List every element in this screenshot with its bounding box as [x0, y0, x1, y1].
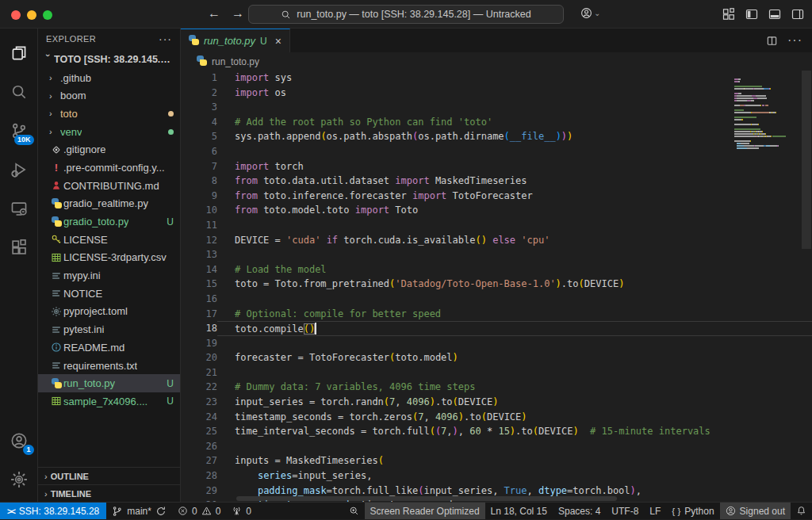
tree-item-pytest-ini[interactable]: pytest.ini — [38, 320, 180, 338]
tab-close-icon[interactable]: × — [275, 35, 282, 48]
code-line-23[interactable]: 23input_series = torch.randn(7, 4096).to… — [181, 395, 812, 410]
tree-root-toto[interactable]: ›TOTO [SSH: 38.29.145.28] — [38, 51, 180, 69]
code-editor[interactable]: 1import sys2import os34# Add the root pa… — [181, 71, 812, 502]
code-line-16[interactable]: 16 — [181, 292, 812, 307]
forward-icon[interactable]: → — [232, 6, 244, 21]
tree-item-pyproject-toml[interactable]: pyproject.toml — [38, 303, 180, 321]
toggle-primary-sidebar-icon[interactable] — [745, 8, 758, 21]
zoom-indicator[interactable] — [343, 503, 365, 519]
activitybar-extensions[interactable] — [0, 228, 38, 266]
tree-item-contributing-md[interactable]: CONTRIBUTING.md — [38, 177, 180, 195]
tree-item-readme-md[interactable]: README.md — [38, 338, 180, 357]
lines-icon — [49, 324, 63, 335]
cursor-position[interactable]: Ln 18, Col 15 — [485, 503, 553, 519]
back-icon[interactable]: ← — [208, 6, 220, 21]
activitybar-settings[interactable] — [0, 460, 38, 499]
code-line-8[interactable]: 8from toto.data.util.dataset import Mask… — [181, 174, 812, 189]
code-line-7[interactable]: 7import torch — [181, 159, 812, 174]
ports-status[interactable]: 0 — [226, 503, 257, 519]
breadcrumb-file[interactable]: run_toto.py — [212, 56, 259, 67]
customize-layout-icon[interactable] — [722, 8, 735, 21]
line-number: 28 — [181, 468, 217, 484]
chevron-right-icon: › — [49, 127, 60, 136]
language-mode[interactable]: { }Python — [666, 503, 719, 519]
split-editor-icon[interactable] — [766, 35, 778, 47]
zoom-window-button[interactable] — [43, 10, 52, 20]
activitybar-account[interactable]: 1 — [0, 421, 38, 460]
tree-item-boom[interactable]: ›boom — [38, 86, 180, 105]
tree-item-toto[interactable]: ›toto — [38, 105, 180, 123]
code-line-20[interactable]: 20forecaster = TotoForecaster(toto.model… — [181, 350, 812, 365]
branch-status[interactable]: main* — [106, 503, 172, 519]
code-line-17[interactable]: 17# Optional: compile for better speed — [181, 307, 812, 322]
close-window-button[interactable] — [11, 10, 21, 20]
notifications-bell[interactable] — [791, 503, 812, 519]
code-line-25[interactable]: 25time_interval_seconds = torch.full((7,… — [181, 424, 812, 439]
activitybar-search[interactable] — [0, 72, 38, 111]
breadcrumb[interactable]: run_toto.py — [181, 52, 812, 71]
tree-item-license[interactable]: LICENSE — [38, 231, 180, 249]
code-line-1[interactable]: 1import sys — [181, 71, 812, 86]
tree-item--gitignore[interactable]: .gitignore — [38, 140, 180, 159]
titlebar-account[interactable]: ⌄ — [580, 7, 600, 19]
activitybar-source-control[interactable]: 10K — [0, 111, 38, 150]
screen-reader-status[interactable]: Screen Reader Optimized — [365, 503, 485, 519]
code-line-2[interactable]: 2import os — [181, 86, 812, 101]
tree-item-gradio-toto-py[interactable]: gradio_toto.pyU — [38, 212, 180, 231]
tree-item--pre-commit-config-y-[interactable]: !.pre-commit-config.y... — [38, 159, 180, 177]
code-line-27[interactable]: 27inputs = MaskedTimeseries( — [181, 453, 812, 468]
activitybar-explorer[interactable] — [0, 33, 38, 72]
tab-run-toto[interactable]: run_toto.py U × — [181, 29, 290, 52]
horizontal-scrollbar[interactable] — [236, 495, 725, 502]
toggle-secondary-sidebar-icon[interactable] — [791, 8, 804, 21]
indentation-status[interactable]: Spaces: 4 — [553, 503, 606, 519]
problems-status[interactable]: 00 — [172, 503, 226, 519]
tree-item-venv[interactable]: ›venv — [38, 123, 180, 141]
code-line-11[interactable]: 11 — [181, 218, 812, 233]
eol-status[interactable]: LF — [644, 503, 666, 519]
code-line-9[interactable]: 9from toto.inference.forecaster import T… — [181, 189, 812, 204]
tree-item-license-3rdparty-csv[interactable]: LICENSE-3rdparty.csv — [38, 249, 180, 267]
minimap[interactable] — [734, 72, 799, 150]
editor-more-actions-icon[interactable]: ··· — [787, 33, 802, 48]
code-line-12[interactable]: 12DEVICE = 'cuda' if torch.cuda.is_avail… — [181, 233, 812, 248]
tree-item-sample-7x4096-[interactable]: sample_7x4096....U — [38, 392, 180, 411]
encoding-status[interactable]: UTF-8 — [606, 503, 644, 519]
code-line-13[interactable]: 13 — [181, 247, 812, 262]
code-line-15[interactable]: 15toto = Toto.from_pretrained('Datadog/T… — [181, 277, 812, 292]
tree-item-gradio-realtime-py[interactable]: gradio_realtime.py — [38, 195, 180, 213]
code-line-5[interactable]: 5sys.path.append(os.path.abspath(os.path… — [181, 129, 812, 144]
minimap-line — [734, 109, 799, 111]
explorer-more-actions-icon[interactable]: ··· — [159, 32, 172, 45]
code-line-14[interactable]: 14# Load the model — [181, 262, 812, 277]
code-line-21[interactable]: 21 — [181, 365, 812, 380]
minimap-line — [734, 98, 799, 99]
tree-item-notice[interactable]: NOTICE — [38, 285, 180, 303]
code-line-10[interactable]: 10from toto.model.toto import Toto — [181, 203, 812, 218]
section-outline[interactable]: ›OUTLINE — [38, 467, 180, 484]
section-timeline[interactable]: ›TIMELINE — [38, 484, 180, 502]
minimize-window-button[interactable] — [27, 10, 36, 20]
account-status[interactable]: Signed out — [720, 503, 791, 519]
line-content: toto.compile() — [217, 321, 812, 336]
code-line-4[interactable]: 4# Add the root path so Python can find … — [181, 115, 812, 130]
toggle-panel-icon[interactable] — [768, 8, 781, 21]
tree-item-mypy-ini[interactable]: mypy.ini — [38, 266, 180, 285]
tree-item-run-toto-py[interactable]: run_toto.pyU — [38, 374, 180, 392]
code-line-18[interactable]: 18toto.compile() — [181, 321, 812, 336]
activitybar-remote-explorer[interactable] — [0, 189, 38, 228]
activitybar-run-debug[interactable] — [0, 150, 38, 189]
remote-indicator[interactable]: ><SSH: 38.29.145.28 — [0, 503, 106, 519]
code-line-28[interactable]: 28 series=input_series, — [181, 468, 812, 484]
code-line-22[interactable]: 22# Dummy data: 7 variables, 4096 time s… — [181, 380, 812, 395]
code-line-19[interactable]: 19 — [181, 336, 812, 351]
command-center[interactable]: run_toto.py — toto [SSH: 38.29.145.28] —… — [248, 5, 564, 24]
code-line-6[interactable]: 6 — [181, 144, 812, 159]
code-line-24[interactable]: 24timestamp_seconds = torch.zeros(7, 409… — [181, 410, 812, 425]
tree-item--github[interactable]: ›.github — [38, 69, 180, 87]
code-line-3[interactable]: 3 — [181, 100, 812, 115]
code-line-26[interactable]: 26 — [181, 439, 812, 454]
tree-item-requirements-txt[interactable]: requirements.txt — [38, 357, 180, 375]
vertical-scrollbar[interactable] — [801, 71, 812, 502]
line-content — [217, 365, 812, 380]
